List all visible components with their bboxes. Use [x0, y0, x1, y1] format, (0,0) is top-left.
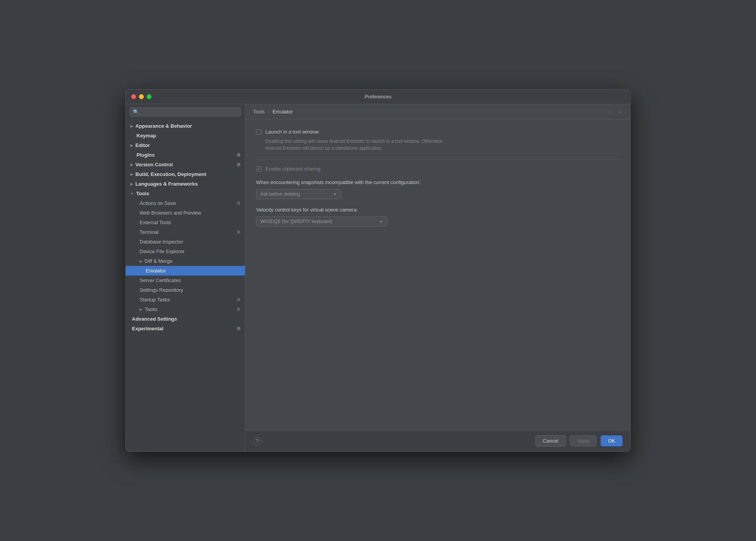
snapshots-setting: When encountering snapshots incompatible…	[256, 179, 619, 199]
title-bar: Preferences	[126, 90, 630, 104]
sidebar-item-label: Terminal	[140, 229, 159, 235]
launch-description: Enabling this setting will cause Android…	[265, 138, 451, 152]
launch-tool-window-setting: Launch in a tool window Enabling this se…	[256, 129, 619, 152]
sidebar-item-label: Editor	[135, 142, 150, 148]
sidebar-item-languages-frameworks[interactable]: ▶ Languages & Frameworks	[126, 179, 245, 189]
breadcrumb: Tools › Emulator	[253, 109, 293, 115]
separator	[256, 159, 619, 160]
launch-checkbox[interactable]	[256, 129, 262, 135]
sidebar-item-label: Device File Explorer	[140, 249, 184, 254]
chevron-right-icon: ▶	[140, 259, 142, 263]
sidebar-item-label: Advanced Settings	[132, 316, 177, 322]
sidebar-item-plugins[interactable]: Plugins ⊞	[126, 150, 245, 160]
bottom-bar: ? Cancel Apply OK	[245, 430, 630, 451]
snapshots-dropdown[interactable]: Ask before deleting ▼	[256, 189, 341, 199]
sidebar-item-label: Tasks	[145, 306, 157, 312]
velocity-dropdown[interactable]: WASDQE (for QWERTY keyboard) ▼	[256, 216, 387, 227]
chevron-right-icon: ▶	[130, 163, 133, 167]
traffic-lights	[131, 94, 152, 99]
nav-arrows: ← →	[607, 108, 623, 115]
sidebar-item-diff-merge[interactable]: ▶ Diff & Merge	[126, 256, 245, 266]
chevron-down-icon: ▼	[130, 192, 134, 196]
sidebar-item-database-inspector[interactable]: Database Inspector	[126, 237, 245, 247]
sidebar-item-keymap[interactable]: Keymap	[126, 131, 245, 140]
apply-button[interactable]: Apply	[570, 435, 597, 446]
settings-icon: ⊞	[237, 297, 240, 302]
sidebar-item-label: Plugins	[137, 152, 155, 158]
chevron-down-icon: ▼	[333, 192, 337, 196]
chevron-down-icon: ▼	[379, 220, 383, 224]
sidebar-item-label: External Tools	[140, 220, 171, 225]
sidebar-item-emulator[interactable]: Emulator	[126, 266, 245, 276]
content-area: 🔍 ▶ Appearance & Behavior Keymap ▶ Edito…	[126, 104, 630, 451]
breadcrumb-parent: Tools	[253, 109, 265, 115]
breadcrumb-current: Emulator	[273, 109, 293, 115]
sidebar-item-actions-on-save[interactable]: Actions on Save ⊞	[126, 198, 245, 208]
sidebar-item-build-exec-deploy[interactable]: ▶ Build, Execution, Deployment	[126, 169, 245, 179]
minimize-button[interactable]	[139, 94, 144, 99]
sidebar-item-label: Experimental	[132, 326, 164, 331]
clipboard-checkbox[interactable]	[256, 166, 262, 172]
preferences-window: Preferences 🔍 ▶ Appearance & Behavior Ke…	[125, 89, 631, 452]
sidebar-item-label: Appearance & Behavior	[135, 123, 192, 129]
help-label: ?	[256, 438, 259, 444]
settings-icon: ⊞	[237, 201, 240, 206]
sidebar-item-startup-tasks[interactable]: Startup Tasks ⊞	[126, 295, 245, 304]
sidebar-item-label: Build, Execution, Deployment	[135, 171, 206, 177]
sidebar-item-external-tools[interactable]: External Tools	[126, 218, 245, 227]
main-content: Launch in a tool window Enabling this se…	[245, 120, 630, 430]
cancel-button[interactable]: Cancel	[535, 435, 565, 446]
sidebar-list: ▶ Appearance & Behavior Keymap ▶ Editor …	[126, 120, 245, 451]
settings-icon: ⊞	[237, 230, 240, 235]
sidebar-item-editor[interactable]: ▶ Editor	[126, 140, 245, 150]
velocity-dropdown-value: WASDQE (for QWERTY keyboard)	[260, 219, 332, 224]
sidebar-item-label: Web Browsers and Preview	[140, 210, 201, 216]
sidebar-item-server-certificates[interactable]: Server Certificates	[126, 276, 245, 285]
main-panel: Tools › Emulator ← → Launch in a tool wi…	[245, 104, 630, 451]
help-button[interactable]: ?	[253, 437, 262, 445]
sidebar-item-tools[interactable]: ▼ Tools	[126, 189, 245, 198]
sidebar-item-label: Tools	[136, 191, 149, 196]
chevron-right-icon: ▶	[140, 308, 142, 311]
sidebar-item-label: Keymap	[137, 133, 156, 139]
clipboard-checkbox-row: Enable clipboard sharing	[256, 166, 619, 172]
chevron-right-icon: ▶	[130, 182, 133, 186]
sidebar: 🔍 ▶ Appearance & Behavior Keymap ▶ Edito…	[126, 104, 245, 451]
sidebar-item-tasks[interactable]: ▶ Tasks ⊞	[126, 304, 245, 314]
clipboard-label: Enable clipboard sharing	[265, 166, 321, 172]
sidebar-item-version-control[interactable]: ▶ Version Control ⊞	[126, 160, 245, 169]
sidebar-item-web-browsers[interactable]: Web Browsers and Preview	[126, 208, 245, 218]
sidebar-item-terminal[interactable]: Terminal ⊞	[126, 227, 245, 237]
window-title: Preferences	[364, 94, 392, 100]
nav-back-arrow[interactable]: ←	[607, 108, 613, 115]
search-icon: 🔍	[133, 109, 139, 115]
search-input[interactable]	[141, 109, 238, 115]
breadcrumb-separator: ›	[268, 109, 269, 115]
sidebar-item-advanced-settings[interactable]: Advanced Settings	[126, 314, 245, 324]
nav-forward-arrow[interactable]: →	[616, 108, 623, 115]
sidebar-item-settings-repository[interactable]: Settings Repository	[126, 285, 245, 295]
launch-label: Launch in a tool window	[265, 129, 319, 135]
sidebar-item-label: Server Certificates	[140, 277, 181, 283]
sidebar-item-label: Languages & Frameworks	[135, 181, 198, 187]
sidebar-item-experimental[interactable]: Experimental ⊞	[126, 324, 245, 333]
velocity-setting: Velocity control keys for virtual scene …	[256, 207, 619, 227]
settings-icon: ⊞	[237, 326, 240, 331]
sidebar-item-label: Diff & Merge	[145, 258, 172, 264]
sidebar-item-appearance-behavior[interactable]: ▶ Appearance & Behavior	[126, 121, 245, 131]
sidebar-item-label: Version Control	[135, 162, 173, 167]
maximize-button[interactable]	[147, 94, 152, 99]
close-button[interactable]	[131, 94, 136, 99]
search-box[interactable]: 🔍	[130, 107, 241, 117]
breadcrumb-bar: Tools › Emulator ← →	[245, 104, 630, 120]
sidebar-item-label: Emulator	[146, 268, 166, 274]
chevron-right-icon: ▶	[130, 172, 133, 176]
snapshots-label: When encountering snapshots incompatible…	[256, 179, 619, 185]
settings-icon: ⊞	[237, 307, 240, 312]
sidebar-item-label: Settings Repository	[140, 287, 183, 293]
ok-button[interactable]: OK	[601, 435, 623, 446]
sidebar-item-label: Database Inspector	[140, 239, 183, 245]
sidebar-item-device-file-explorer[interactable]: Device File Explorer	[126, 247, 245, 256]
velocity-label: Velocity control keys for virtual scene …	[256, 207, 619, 213]
sidebar-item-label: Actions on Save	[140, 200, 176, 206]
